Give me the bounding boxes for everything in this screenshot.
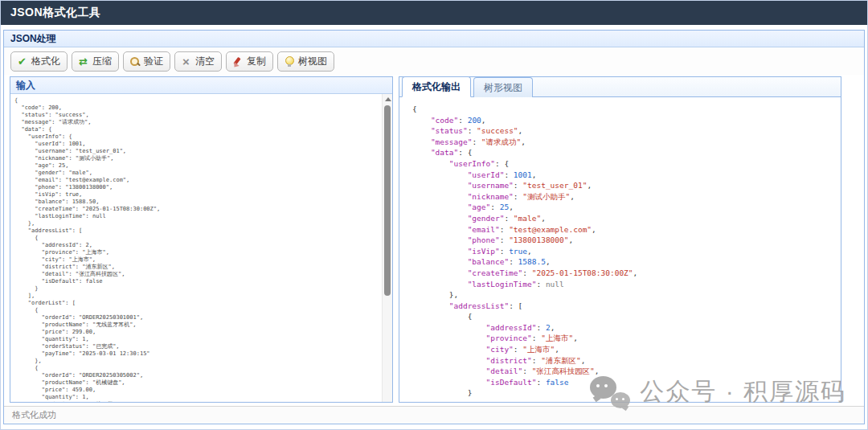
app-title: JSON格式化工具	[10, 6, 101, 20]
toolbar: 格式化压缩验证清空复制树视图	[4, 47, 864, 75]
json-input-textarea[interactable]: { "code": 200, "status": "success", "mes…	[10, 94, 382, 402]
button-label: 清空	[195, 55, 215, 68]
input-body: { "code": 200, "status": "success", "mes…	[10, 94, 392, 402]
magnifier-icon	[129, 55, 141, 68]
copy-button[interactable]: 复制	[226, 51, 273, 72]
input-panel: 输入 { "code": 200, "status": "success", "…	[10, 76, 393, 403]
check-icon	[16, 55, 28, 68]
title-bar: JSON格式化工具	[1, 1, 867, 25]
panel-header: JSON处理	[4, 31, 864, 47]
compress-arrows-icon	[77, 55, 89, 68]
button-label: 树视图	[298, 55, 327, 68]
tab-tree-view[interactable]: 树形视图	[473, 77, 533, 97]
output-panel: 格式化输出树形视图 { "code": 200, "status": "succ…	[399, 76, 841, 403]
formatted-output: { "code": 200, "status": "success", "mes…	[399, 97, 841, 402]
compress-button[interactable]: 压缩	[72, 51, 119, 72]
scrollbar-up-arrow-icon[interactable]	[385, 97, 391, 101]
panels-row: 输入 { "code": 200, "status": "success", "…	[4, 75, 864, 406]
button-label: 压缩	[92, 55, 112, 68]
input-scrollbar[interactable]	[382, 94, 392, 402]
input-panel-title: 输入	[16, 79, 35, 92]
button-label: 验证	[144, 55, 163, 68]
format-button[interactable]: 格式化	[10, 51, 68, 72]
button-label: 格式化	[31, 55, 60, 68]
output-tabs: 格式化输出树形视图	[399, 77, 841, 97]
json-processing-panel: JSON处理 格式化压缩验证清空复制树视图 输入 { "code": 200, …	[3, 30, 865, 424]
validate-button[interactable]: 验证	[123, 51, 170, 72]
scrollbar-thumb[interactable]	[384, 105, 391, 296]
input-panel-header: 输入	[10, 77, 392, 94]
output-body: { "code": 200, "status": "success", "mes…	[399, 97, 841, 402]
status-bar: 格式化成功	[4, 406, 864, 424]
copy-pen-icon	[231, 55, 244, 68]
tab-formatted-output[interactable]: 格式化输出	[402, 76, 471, 97]
panel-title: JSON处理	[10, 32, 56, 46]
button-label: 复制	[247, 55, 266, 68]
clear-x-icon	[180, 55, 192, 68]
clear-button[interactable]: 清空	[174, 51, 222, 72]
lightbulb-icon	[283, 55, 295, 68]
app-window: JSON格式化工具 JSON处理 格式化压缩验证清空复制树视图 输入 { "co…	[0, 0, 868, 430]
tree-view-button[interactable]: 树视图	[277, 51, 334, 72]
status-text: 格式化成功	[12, 409, 56, 421]
